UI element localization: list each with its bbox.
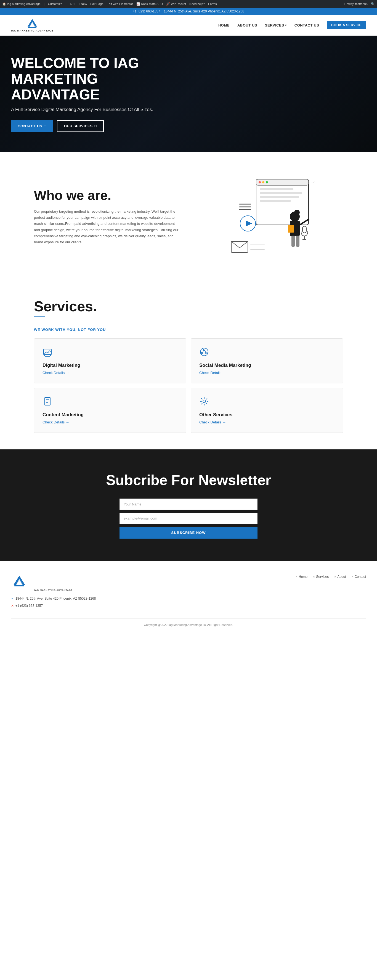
newsletter-heading: Subcribe For Newsletter xyxy=(11,471,366,488)
content-title: Content Marketing xyxy=(43,412,178,418)
services-underline xyxy=(34,316,45,317)
footer-bottom: Copyright @2022 Iag Marketing Advantage … xyxy=(11,619,366,627)
content-link[interactable]: Check Details → xyxy=(43,420,69,424)
logo[interactable]: IAG MARKETING ADVANTAGE xyxy=(11,18,54,32)
footer-address: ✓ 18444 N. 25th Ave. Suite 420 Phoenix, … xyxy=(11,596,96,602)
social-media-link[interactable]: Check Details → xyxy=(199,371,226,375)
admin-bar: 🏠 Iag Marketing Advantage | Customize | … xyxy=(0,0,377,8)
hero-subtitle: A Full-Service Digital Marketing Agency … xyxy=(11,107,177,112)
services-grid: Digital Marketing Check Details → Social… xyxy=(34,338,343,433)
svg-rect-58 xyxy=(45,398,50,405)
other-services-icon xyxy=(199,396,334,408)
illustration-svg xyxy=(223,174,317,259)
svg-rect-19 xyxy=(256,179,309,225)
top-bar-address: 18444 N. 25th Ave. Suite 420 Phoenix, AZ… xyxy=(164,10,244,13)
admin-bar-need-help[interactable]: Need help? xyxy=(189,2,205,6)
svg-rect-35 xyxy=(291,235,295,247)
other-services-title: Other Services xyxy=(199,412,334,418)
nav-services[interactable]: SERVICES xyxy=(265,23,287,27)
svg-rect-65 xyxy=(14,585,24,586)
other-services-link[interactable]: Check Details → xyxy=(199,420,226,424)
svg-rect-24 xyxy=(260,188,293,190)
copyright-text: Copyright @2022 Iag Marketing Advantage … xyxy=(144,623,233,627)
newsletter-form: SUBSCRIBE NOW xyxy=(119,499,258,539)
main-nav: HOME ABOUT US SERVICES CONTACT US BOOK A… xyxy=(218,21,366,29)
service-card-digital-marketing[interactable]: Digital Marketing Check Details → xyxy=(34,338,186,383)
services-section: Services. WE WORK WITH YOU, NOT FOR YOU … xyxy=(0,282,377,449)
logo-icon xyxy=(25,18,39,29)
svg-rect-2 xyxy=(28,27,36,28)
footer-left: IAG MARKETING ADVANTAGE ✓ 18444 N. 25th … xyxy=(11,575,96,610)
svg-point-21 xyxy=(258,181,261,183)
footer-phone: ✕ +1 (623) 663-1357 xyxy=(11,603,96,609)
footer-info: ✓ 18444 N. 25th Ave. Suite 420 Phoenix, … xyxy=(11,596,96,609)
service-card-social-media[interactable]: Social Media Marketing Check Details → xyxy=(191,338,343,383)
svg-rect-37 xyxy=(288,225,294,232)
admin-bar-customize[interactable]: Customize xyxy=(48,2,62,6)
footer-top: IAG MARKETING ADVANTAGE ✓ 18444 N. 25th … xyxy=(11,575,366,610)
admin-bar-user[interactable]: Howdy, tcotton05 xyxy=(344,2,367,6)
hero-title: WELCOME TO IAG MARKETING ADVANTAGE xyxy=(11,55,177,103)
hero-content: WELCOME TO IAG MARKETING ADVANTAGE A Ful… xyxy=(11,55,177,132)
footer-nav-home[interactable]: Home xyxy=(296,575,307,579)
subscribe-button[interactable]: SUBSCRIBE NOW xyxy=(119,527,258,539)
content-icon xyxy=(43,396,178,408)
admin-bar-edit-page[interactable]: Edit Page xyxy=(90,2,103,6)
svg-rect-36 xyxy=(296,235,299,247)
digital-marketing-title: Digital Marketing xyxy=(43,363,178,368)
who-illustration xyxy=(197,174,343,259)
svg-line-55 xyxy=(203,350,204,353)
footer: IAG MARKETING ADVANTAGE ✓ 18444 N. 25th … xyxy=(0,561,377,632)
svg-rect-40 xyxy=(303,226,306,233)
social-media-title: Social Media Marketing xyxy=(199,363,334,368)
newsletter-name-input[interactable] xyxy=(119,499,258,510)
svg-rect-26 xyxy=(260,196,299,198)
footer-nav-services[interactable]: Services xyxy=(313,575,329,579)
x-icon: ✕ xyxy=(11,603,14,609)
svg-rect-27 xyxy=(260,200,291,202)
footer-nav: Home Services About Contact xyxy=(296,575,366,579)
admin-bar-new[interactable]: + New xyxy=(78,2,87,6)
services-heading: Services. xyxy=(34,298,343,315)
admin-bar-forms[interactable]: Forms xyxy=(208,2,217,6)
footer-logo-icon xyxy=(11,575,28,588)
contact-us-button[interactable]: CONTACT US □ xyxy=(11,120,53,132)
nav-home[interactable]: HOME xyxy=(218,23,230,27)
admin-bar-search[interactable]: 🔍 xyxy=(371,2,375,6)
nav-book[interactable]: BOOK A SERVICE xyxy=(327,21,366,29)
digital-marketing-icon xyxy=(43,347,178,359)
who-we-are-section: Who we are. Our proprietary targeting me… xyxy=(0,152,377,282)
svg-point-51 xyxy=(200,348,208,356)
svg-rect-25 xyxy=(260,192,302,194)
admin-bar-site[interactable]: 🏠 Iag Marketing Advantage xyxy=(2,2,41,6)
svg-point-32 xyxy=(294,210,300,215)
svg-point-54 xyxy=(203,349,205,350)
social-media-icon xyxy=(199,347,334,359)
our-services-button[interactable]: OUR SERVICES □ xyxy=(57,120,104,132)
admin-bar-rank-math[interactable]: 📈 Rank Math SEO xyxy=(136,2,163,6)
footer-logo: IAG MARKETING ADVANTAGE xyxy=(11,575,96,591)
newsletter-email-input[interactable] xyxy=(119,513,258,524)
who-body: Our proprietary targeting method is revo… xyxy=(34,208,180,245)
svg-line-56 xyxy=(205,350,206,353)
admin-bar-counter[interactable]: ① 1 xyxy=(70,2,75,6)
check-icon: ✓ xyxy=(11,596,14,602)
admin-bar-wp-rocket[interactable]: 🚀 WP Rocket xyxy=(166,2,186,6)
logo-text: IAG MARKETING ADVANTAGE xyxy=(11,29,54,32)
newsletter-section: Subcribe For Newsletter SUBSCRIBE NOW xyxy=(0,449,377,561)
footer-nav-contact[interactable]: Contact xyxy=(352,575,366,579)
nav-contact[interactable]: CONTACT US xyxy=(295,23,319,27)
service-card-other[interactable]: Other Services Check Details → xyxy=(191,388,343,433)
services-subtitle: WE WORK WITH YOU, NOT FOR YOU xyxy=(34,328,343,332)
header: IAG MARKETING ADVANTAGE HOME ABOUT US SE… xyxy=(0,15,377,36)
service-card-content[interactable]: Content Marketing Check Details → xyxy=(34,388,186,433)
digital-marketing-link[interactable]: Check Details → xyxy=(43,371,69,375)
top-bar-phone: +1 (623) 663-1357 xyxy=(133,10,160,13)
nav-about[interactable]: ABOUT US xyxy=(238,23,257,27)
hero-buttons: CONTACT US □ OUR SERVICES □ xyxy=(11,120,177,132)
svg-point-23 xyxy=(266,181,268,183)
footer-nav-about[interactable]: About xyxy=(334,575,346,579)
who-heading: Who we are. xyxy=(34,188,180,203)
admin-bar-edit-elementor[interactable]: Edit with Elementor xyxy=(107,2,133,6)
svg-rect-47 xyxy=(44,349,51,355)
